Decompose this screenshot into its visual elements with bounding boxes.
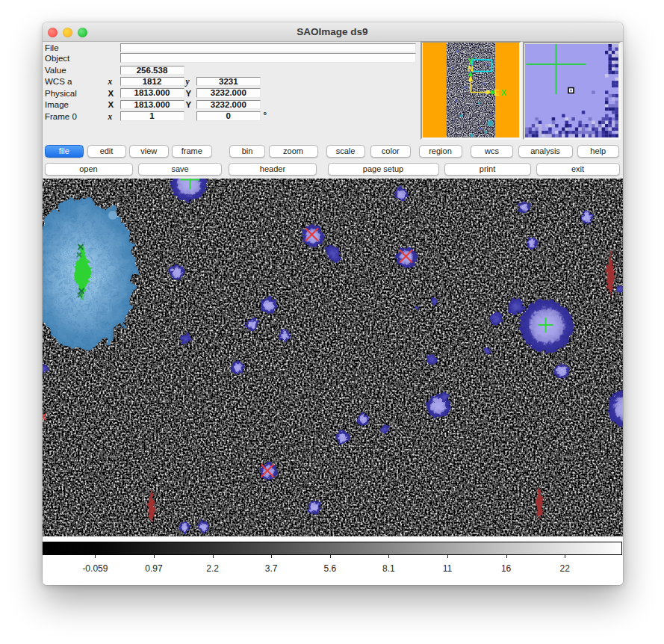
svg-text:E: E bbox=[494, 88, 499, 97]
svg-text:X: X bbox=[500, 88, 506, 97]
svg-text:N: N bbox=[468, 64, 474, 73]
